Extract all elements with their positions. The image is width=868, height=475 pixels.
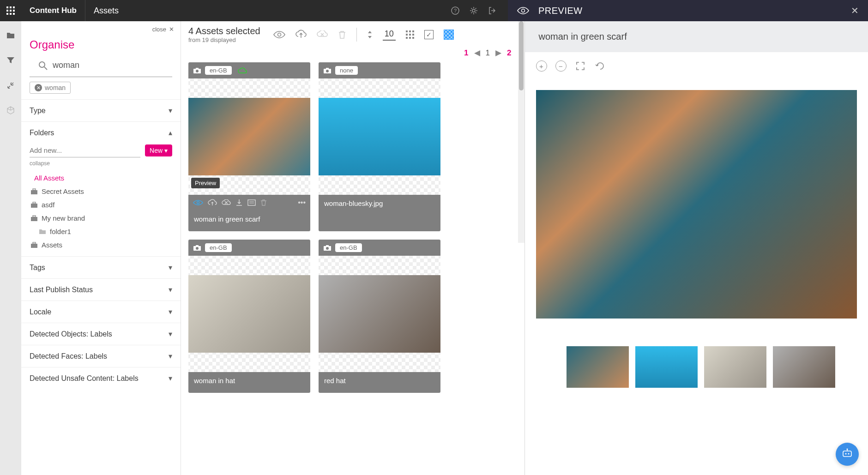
strip-thumb-4[interactable] bbox=[773, 346, 835, 388]
thumbnail[interactable] bbox=[188, 275, 310, 353]
card-preview-button[interactable] bbox=[193, 199, 203, 206]
thumbnail[interactable] bbox=[319, 275, 440, 353]
card-more-button[interactable]: ••• bbox=[298, 198, 306, 207]
filter-unsafe-label: Detected Unsafe Content: Labels bbox=[30, 374, 139, 383]
rail-tools-button[interactable] bbox=[0, 75, 21, 96]
sidebar-title: Organise bbox=[21, 33, 181, 58]
help-icon: ? bbox=[451, 6, 460, 15]
thumbnail[interactable] bbox=[319, 98, 440, 175]
strip-thumb-2[interactable] bbox=[635, 346, 698, 388]
svg-point-36 bbox=[197, 202, 199, 204]
asset-label: woman-bluesky.jpg bbox=[319, 195, 440, 216]
toolbar-grid-view-button[interactable] bbox=[406, 30, 414, 39]
toolbar-select-button[interactable]: ✓ bbox=[424, 30, 434, 39]
main-column: Content Hub Assets ? PREVIEW ✕ close ✕ bbox=[21, 0, 868, 475]
filter-locale-toggle[interactable]: Locale▾ bbox=[21, 301, 181, 323]
rail-package-button[interactable] bbox=[0, 100, 21, 121]
card-publish-button[interactable] bbox=[208, 199, 217, 206]
new-folder-button[interactable]: New ▾ bbox=[145, 144, 172, 156]
svg-point-23 bbox=[277, 33, 281, 36]
page-1-link[interactable]: 1 bbox=[464, 48, 468, 58]
svg-rect-44 bbox=[196, 245, 199, 247]
svg-rect-7 bbox=[10, 13, 12, 15]
asset-card[interactable]: en-GBwoman in hat bbox=[188, 240, 310, 393]
fullscreen-button[interactable] bbox=[575, 60, 586, 72]
tooltip: Preview bbox=[191, 178, 220, 188]
card-download-button[interactable] bbox=[235, 199, 243, 206]
preview-asset-title: woman in green scarf bbox=[525, 21, 868, 52]
preview-eye-icon bbox=[517, 6, 529, 15]
chat-help-button[interactable] bbox=[836, 443, 859, 466]
search-input[interactable] bbox=[48, 58, 164, 73]
asset-card[interactable]: en-GBred hat bbox=[319, 240, 440, 393]
sidebar-close-button[interactable]: close ✕ bbox=[152, 26, 174, 33]
logout-button[interactable] bbox=[488, 6, 497, 15]
filter-unsafe-toggle[interactable]: Detected Unsafe Content: Labels▾ bbox=[21, 367, 181, 389]
apps-menu-button[interactable] bbox=[0, 0, 21, 21]
strip-thumb-3[interactable] bbox=[704, 346, 766, 388]
folder-label: folder1 bbox=[50, 228, 71, 235]
preview-image[interactable] bbox=[536, 90, 857, 319]
card-header: en-GB bbox=[319, 240, 440, 256]
filter-tags-toggle[interactable]: Tags▾ bbox=[21, 257, 181, 278]
toolbar-sort-button[interactable] bbox=[367, 30, 373, 39]
folder-item[interactable]: folder1 bbox=[30, 225, 172, 238]
svg-rect-24 bbox=[406, 30, 408, 32]
tools-icon bbox=[6, 81, 15, 90]
page-prev-button[interactable]: ◀ bbox=[474, 48, 480, 58]
folder-item[interactable]: My new brand bbox=[30, 211, 172, 225]
preview-close-button[interactable]: ✕ bbox=[851, 5, 859, 16]
reset-button[interactable] bbox=[594, 60, 605, 72]
filter-objects-toggle[interactable]: Detected Objects: Labels▾ bbox=[21, 323, 181, 345]
add-folder-input[interactable] bbox=[30, 144, 140, 157]
filter-locale-label: Locale bbox=[30, 308, 51, 316]
folder-label: asdf bbox=[42, 201, 54, 209]
toolbar-upload-button[interactable] bbox=[295, 30, 307, 40]
scrollbar[interactable] bbox=[518, 21, 524, 243]
strip-thumb-1[interactable] bbox=[567, 346, 629, 388]
svg-rect-21 bbox=[31, 244, 37, 248]
toolbar-delete-button[interactable] bbox=[338, 30, 346, 39]
zoom-in-button[interactable]: + bbox=[536, 60, 547, 72]
briefcase-icon bbox=[30, 188, 38, 195]
filter-publish-toggle[interactable]: Last Publish Status▾ bbox=[21, 279, 181, 301]
toolbar-select-all-button[interactable] bbox=[444, 30, 454, 40]
chevron-down-icon: ▾ bbox=[169, 285, 172, 294]
card-edit-button[interactable] bbox=[247, 199, 256, 206]
folder-item[interactable]: All Assets bbox=[30, 171, 172, 185]
zoom-out-button[interactable]: − bbox=[555, 60, 567, 72]
brand-logo[interactable]: Content Hub bbox=[21, 0, 85, 21]
thumbnail[interactable] bbox=[188, 98, 310, 175]
collapse-link[interactable]: collapse bbox=[30, 160, 172, 167]
chip-remove-icon[interactable]: ✕ bbox=[35, 84, 42, 91]
card-unpublish-button[interactable] bbox=[222, 199, 231, 206]
filter-folders-label: Folders bbox=[30, 129, 54, 137]
asset-card[interactable]: nonewoman-bluesky.jpg bbox=[319, 62, 440, 231]
card-delete-button[interactable] bbox=[260, 199, 267, 206]
filter-type-toggle[interactable]: Type ▾ bbox=[21, 100, 181, 121]
rail-filter-button[interactable] bbox=[0, 50, 21, 71]
page-2-link[interactable]: 2 bbox=[507, 48, 511, 58]
toolbar-preview-button[interactable] bbox=[273, 30, 285, 39]
svg-rect-16 bbox=[33, 189, 36, 190]
asset-label: woman in green scarf bbox=[188, 210, 310, 231]
asset-card[interactable]: en-GBPreview•••woman in green scarf bbox=[188, 62, 310, 231]
grid-view-icon bbox=[406, 30, 414, 39]
toolbar-unpublish-button[interactable] bbox=[317, 30, 328, 39]
folder-item[interactable]: Secret Assets bbox=[30, 185, 172, 198]
rail-folder-button[interactable] bbox=[0, 25, 21, 46]
settings-button[interactable] bbox=[469, 6, 478, 15]
filter-folders-toggle[interactable]: Folders ▴ bbox=[21, 122, 181, 144]
chevron-down-icon: ▾ bbox=[169, 352, 172, 361]
folder-item[interactable]: Assets bbox=[30, 238, 172, 252]
folder-item[interactable]: asdf bbox=[30, 198, 172, 211]
search-chip[interactable]: ✕ woman bbox=[30, 82, 71, 94]
page-next-button[interactable]: ▶ bbox=[495, 48, 501, 58]
chevron-down-icon: ▾ bbox=[169, 106, 172, 115]
help-button[interactable]: ? bbox=[451, 6, 460, 15]
svg-point-53 bbox=[847, 449, 848, 450]
filter-faces-toggle[interactable]: Detected Faces: Labels▾ bbox=[21, 345, 181, 367]
gear-icon bbox=[469, 6, 478, 15]
svg-rect-28 bbox=[409, 34, 411, 36]
page-size[interactable]: 10 bbox=[383, 29, 396, 41]
